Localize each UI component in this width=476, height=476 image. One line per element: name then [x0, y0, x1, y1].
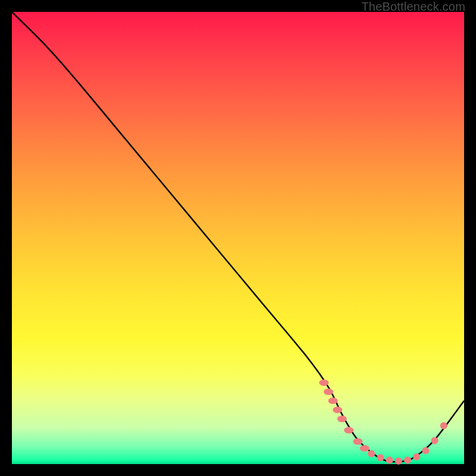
chart-curve: [12, 12, 464, 462]
chart-marker: [431, 437, 439, 444]
chart-markers: [319, 380, 447, 465]
chart-marker: [413, 453, 420, 461]
chart-marker: [353, 439, 362, 445]
chart-marker: [319, 380, 328, 386]
chart-marker: [422, 447, 429, 454]
chart-marker: [333, 406, 342, 413]
chart-marker: [337, 416, 347, 422]
chart-marker: [395, 458, 402, 465]
chart-marker: [344, 427, 353, 434]
chart-marker: [386, 456, 393, 464]
chart-marker: [324, 389, 333, 395]
chart-marker: [328, 397, 338, 404]
chart-marker: [360, 445, 369, 452]
chart-marker: [368, 450, 375, 458]
chart-frame: TheBottleneck.com: [0, 0, 476, 476]
chart-marker: [377, 454, 384, 461]
chart-marker: [404, 456, 411, 464]
watermark-text: TheBottleneck.com: [361, 0, 465, 14]
chart-marker: [440, 422, 447, 429]
chart-svg: [12, 12, 464, 464]
